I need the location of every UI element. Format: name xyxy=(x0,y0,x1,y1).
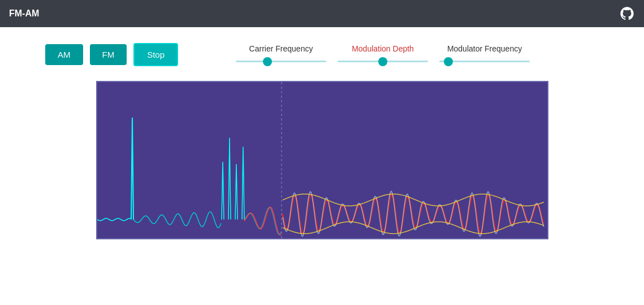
carrier-frequency-slider-container xyxy=(236,58,326,66)
carrier-frequency-thumb[interactable] xyxy=(263,57,272,66)
modulator-frequency-thumb[interactable] xyxy=(444,57,453,66)
app-header: FM-AM xyxy=(0,0,644,27)
modulation-depth-label: Modulation Depth xyxy=(352,44,414,53)
modulator-frequency-label: Modulator Frequency xyxy=(447,44,522,53)
stop-button[interactable]: Stop xyxy=(133,43,178,66)
fm-button[interactable]: FM xyxy=(90,44,127,65)
modulation-depth-thumb[interactable] xyxy=(378,57,387,66)
app-title: FM-AM xyxy=(9,8,39,19)
am-button[interactable]: AM xyxy=(45,44,83,65)
sliders-area: Carrier Frequency Modulation Depth Modul… xyxy=(230,44,599,66)
modulator-frequency-track xyxy=(439,61,530,62)
modulation-depth-group: Modulation Depth xyxy=(332,44,434,66)
carrier-frequency-track xyxy=(236,61,326,62)
modulator-frequency-group: Modulator Frequency xyxy=(434,44,535,66)
controls-row: AM FM Stop Carrier Frequency Modulation … xyxy=(0,27,644,75)
visualization-area xyxy=(96,81,548,239)
modulation-depth-track xyxy=(338,61,428,62)
modulator-frequency-slider-container xyxy=(439,58,530,66)
carrier-frequency-group: Carrier Frequency xyxy=(230,44,332,66)
modulation-depth-slider-container xyxy=(338,58,428,66)
wave-canvas xyxy=(97,82,547,238)
carrier-frequency-label: Carrier Frequency xyxy=(249,44,313,53)
github-icon[interactable] xyxy=(619,6,635,22)
